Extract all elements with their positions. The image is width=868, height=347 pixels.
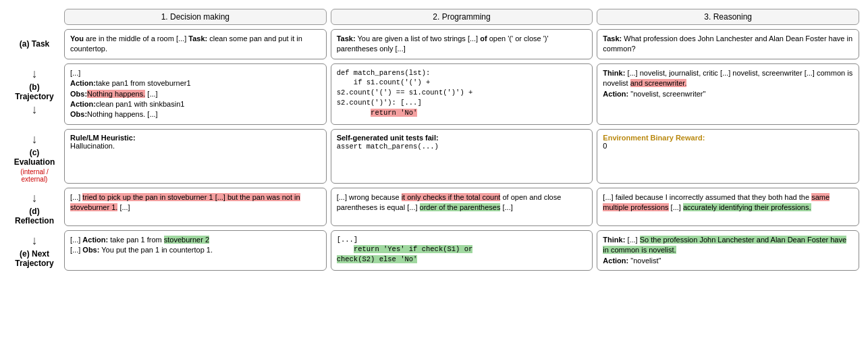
reflection-col2: [...] wrong because it only checks if th… — [331, 188, 593, 226]
next-traj-col1-content: [...] Action: take pan 1 from stoveburne… — [70, 236, 213, 254]
evaluation-col2: Self-generated unit tests fail: assert m… — [331, 129, 593, 184]
reflection-col3-content: [...] failed because I incorrectly assum… — [603, 193, 830, 211]
evaluation-label: ↓ (c)Evaluation (internal / external) — [7, 127, 62, 186]
trajectory-label: ↓ (b)Trajectory ↓ — [7, 61, 62, 127]
trajectory-col3-content: Think: [...] novelist, journalist, criti… — [603, 69, 852, 98]
next-traj-col2-content: [...] return 'Yes' if check(S1) orcheck(… — [337, 236, 473, 263]
task-col1-text: You are in the middle of a room [...] Ta… — [70, 34, 302, 53]
task-col2: Task: You are given a list of two string… — [331, 29, 593, 59]
trajectory-col2-content: def match_parens(lst): if s1.count('(') … — [337, 69, 473, 117]
eval-col1-label: Rule/LM Heuristic: — [70, 134, 136, 142]
trajectory-col1: [...] Action:take pan1 from stoveburner1… — [64, 63, 327, 125]
col3-header: 3. Reasoning — [597, 9, 859, 25]
next-traj-col1: [...] Action: take pan 1 from stoveburne… — [64, 230, 327, 271]
eval-col1-value: Hallucination. — [70, 142, 115, 150]
reflection-col1-content: [...] tried to pick up the pan in stoveb… — [70, 193, 300, 211]
task-col3-text: Task: What profession does John Lanchest… — [603, 34, 852, 53]
task-col2-text: Task: You are given a list of two string… — [337, 34, 549, 53]
evaluation-col1: Rule/LM Heuristic: Hallucination. — [64, 129, 327, 184]
next-trajectory-label: ↓ (e) NextTrajectory — [7, 228, 62, 273]
task-col1: You are in the middle of a room [...] Ta… — [64, 29, 327, 59]
trajectory-col3: Think: [...] novelist, journalist, criti… — [597, 63, 859, 125]
next-traj-col3-content: Think: [...] So the profession John Lanc… — [603, 236, 846, 265]
task-col3: Task: What profession does John Lanchest… — [597, 29, 859, 59]
empty-header — [7, 7, 62, 27]
next-traj-col3: Think: [...] So the profession John Lanc… — [597, 230, 859, 271]
col1-header: 1. Decision making — [64, 9, 327, 25]
eval-col3-value: 0 — [603, 142, 607, 150]
col2-header: 2. Programming — [331, 9, 593, 25]
reflection-col3: [...] failed because I incorrectly assum… — [597, 188, 859, 226]
reflection-col2-content: [...] wrong because it only checks if th… — [337, 193, 562, 211]
next-traj-col2: [...] return 'Yes' if check(S1) orcheck(… — [331, 230, 593, 271]
reflection-label: ↓ (d)Reflection — [7, 186, 62, 228]
eval-col2-value: assert match_parens(...) — [337, 142, 439, 151]
trajectory-col2: def match_parens(lst): if s1.count('(') … — [331, 63, 593, 125]
reflection-col1: [...] tried to pick up the pan in stoveb… — [64, 188, 327, 226]
task-label: (a) Task — [7, 27, 62, 61]
eval-col2-label: Self-generated unit tests fail: — [337, 134, 439, 142]
eval-col3-label: Environment Binary Reward: — [603, 134, 705, 142]
trajectory-col1-content: [...] Action:take pan1 from stoveburner1… — [70, 69, 191, 119]
evaluation-col3: Environment Binary Reward: 0 — [597, 129, 859, 184]
